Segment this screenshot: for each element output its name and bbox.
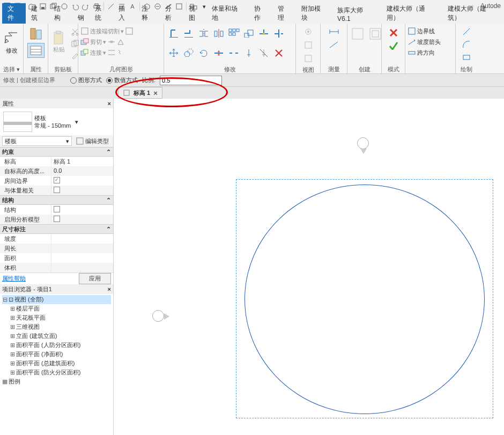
prop-analytical-check[interactable] bbox=[54, 216, 60, 222]
tab-addins[interactable]: 附加模块 bbox=[296, 3, 332, 24]
offset-tool-icon[interactable] bbox=[182, 27, 195, 39]
drawing-canvas[interactable] bbox=[114, 110, 504, 435]
unpin-icon[interactable] bbox=[257, 46, 270, 58]
tab-jmgeneral[interactable]: 建模大师（通用） bbox=[381, 3, 443, 24]
slope-icon[interactable] bbox=[407, 38, 416, 46]
tab-insert[interactable]: 插入 bbox=[113, 3, 137, 24]
copy-tool-icon[interactable] bbox=[182, 46, 195, 58]
tree-area-net[interactable]: ⊞面积平面 (净面积) bbox=[2, 350, 111, 359]
line-draw-icon[interactable] bbox=[460, 26, 473, 38]
measure-icon[interactable] bbox=[328, 39, 340, 51]
pin-icon[interactable] bbox=[242, 46, 255, 58]
prop-perim[interactable] bbox=[51, 244, 113, 253]
prop-massrel-check[interactable] bbox=[54, 187, 60, 193]
align-tool-icon[interactable] bbox=[167, 27, 180, 39]
cancel-mode-icon[interactable] bbox=[387, 26, 400, 38]
prop-level[interactable]: 标高 1 bbox=[51, 157, 113, 166]
tree-ceilplans[interactable]: ⊞天花板平面 bbox=[2, 313, 111, 322]
boundary-icon[interactable] bbox=[407, 27, 416, 35]
ratio-input[interactable] bbox=[160, 76, 222, 85]
modify-button[interactable]: 修改 bbox=[2, 26, 21, 58]
sketch-circle[interactable] bbox=[244, 185, 485, 414]
prop-volume[interactable] bbox=[51, 263, 113, 272]
delete-icon[interactable] bbox=[272, 46, 285, 58]
tree-legends[interactable]: ▦图例 bbox=[2, 377, 111, 386]
tab-file[interactable]: 文件 bbox=[2, 3, 26, 24]
elevation-marker-north[interactable] bbox=[357, 137, 369, 149]
tab-mass[interactable]: 体量和场地 bbox=[206, 3, 249, 24]
aligned-dim-icon[interactable] bbox=[328, 26, 340, 38]
tree-elev[interactable]: ⊞立面 (建筑立面) bbox=[2, 331, 111, 341]
wall-icon[interactable] bbox=[117, 38, 125, 46]
expand-icon[interactable]: ⌃ bbox=[106, 197, 111, 204]
type-dropdown-icon[interactable]: ▾ bbox=[73, 119, 80, 126]
tab-famlib[interactable]: 族库大师V6.1 bbox=[332, 5, 381, 24]
tab-view[interactable]: 视图 bbox=[183, 3, 207, 24]
scale-icon[interactable] bbox=[242, 27, 255, 39]
tree-floorplans[interactable]: ⊞楼层平面 bbox=[2, 304, 111, 313]
split-gap-icon[interactable] bbox=[227, 46, 240, 58]
elevation-marker-west[interactable] bbox=[152, 310, 164, 322]
mirror-pick-icon[interactable] bbox=[197, 27, 210, 39]
category-select[interactable]: 楼板▾ bbox=[2, 136, 72, 146]
radio-graphical[interactable] bbox=[70, 77, 77, 84]
prop-slope[interactable] bbox=[51, 234, 113, 244]
prop-roombound-check[interactable] bbox=[54, 177, 60, 183]
close-browser-icon[interactable]: × bbox=[108, 286, 111, 292]
tree-area-gross[interactable]: ⊞面积平面 (总建筑面积) bbox=[2, 359, 111, 368]
tree-area-rf[interactable]: ⊞面积平面 (人防分区面积) bbox=[2, 341, 111, 350]
tree-3dviews[interactable]: ⊞三维视图 bbox=[2, 322, 111, 331]
close-props-icon[interactable]: × bbox=[108, 100, 111, 107]
tab-arch[interactable]: 建筑 bbox=[26, 3, 49, 24]
cutgeo-icon[interactable] bbox=[80, 38, 89, 46]
radio-numeric[interactable] bbox=[106, 77, 113, 84]
group-view: 视图 bbox=[297, 65, 319, 73]
mirror-draw-icon[interactable] bbox=[212, 27, 225, 39]
span-icon[interactable] bbox=[407, 48, 416, 57]
displace-icon[interactable] bbox=[302, 53, 315, 64]
type-selector[interactable]: 楼板 常规 - 150mm ▾ bbox=[0, 108, 113, 135]
prop-area[interactable] bbox=[51, 253, 113, 263]
prop-icon[interactable] bbox=[27, 43, 45, 58]
tab-sys[interactable]: 系统 bbox=[90, 3, 113, 24]
demolish-icon[interactable] bbox=[117, 48, 125, 57]
beamj-icon[interactable] bbox=[107, 48, 116, 57]
prop-height[interactable]: 0.0 bbox=[51, 166, 113, 176]
notch-icon[interactable] bbox=[125, 27, 134, 35]
tab-manage[interactable]: 管理 bbox=[272, 3, 296, 24]
tab-analyze[interactable]: 分析 bbox=[160, 3, 183, 24]
split-tool-icon[interactable] bbox=[212, 46, 225, 58]
apply-button[interactable]: 应用 bbox=[79, 273, 111, 284]
view-tab-level1[interactable]: 标高 1 × bbox=[118, 87, 162, 99]
tree-views-root[interactable]: ⊟⊡视图 (全部) bbox=[2, 295, 111, 304]
tree-area-fire[interactable]: ⊞面积平面 (防火分区面积) bbox=[2, 368, 111, 377]
prop-struct-check[interactable] bbox=[54, 206, 60, 212]
create-group-icon[interactable] bbox=[367, 26, 383, 42]
paste-button[interactable]: 粘贴 bbox=[50, 26, 68, 58]
trim-single-icon[interactable] bbox=[272, 27, 285, 39]
tab-steel[interactable]: 钢 bbox=[72, 12, 90, 24]
finish-mode-icon[interactable] bbox=[387, 39, 400, 51]
svg-point-61 bbox=[307, 31, 309, 33]
override-icon[interactable] bbox=[302, 39, 315, 51]
move-tool-icon[interactable] bbox=[167, 46, 180, 58]
tab-struct[interactable]: 结构 bbox=[49, 3, 72, 24]
expand-icon[interactable]: ⌃ bbox=[106, 226, 111, 233]
create-similar-icon[interactable] bbox=[350, 26, 366, 42]
rect-draw-icon[interactable] bbox=[460, 51, 473, 63]
split-icon[interactable] bbox=[107, 38, 116, 46]
expand-icon[interactable]: ⌃ bbox=[106, 149, 111, 156]
join-icon[interactable] bbox=[80, 48, 89, 57]
rotate-tool-icon[interactable] bbox=[197, 46, 210, 58]
cope-icon[interactable] bbox=[80, 27, 89, 35]
properties-help-link[interactable]: 属性帮助 bbox=[2, 275, 26, 283]
trim-ext-icon[interactable] bbox=[257, 27, 270, 39]
arc-draw-icon[interactable] bbox=[460, 39, 473, 50]
typeprop-icon[interactable] bbox=[28, 26, 44, 42]
hide-icon[interactable] bbox=[302, 26, 315, 38]
tab-collab[interactable]: 协作 bbox=[249, 3, 272, 24]
edit-type-button[interactable]: 编辑类型 bbox=[74, 136, 111, 146]
tab-annot[interactable]: 注释 bbox=[136, 3, 160, 24]
array-icon[interactable] bbox=[227, 27, 240, 39]
close-view-icon[interactable]: × bbox=[153, 89, 158, 97]
